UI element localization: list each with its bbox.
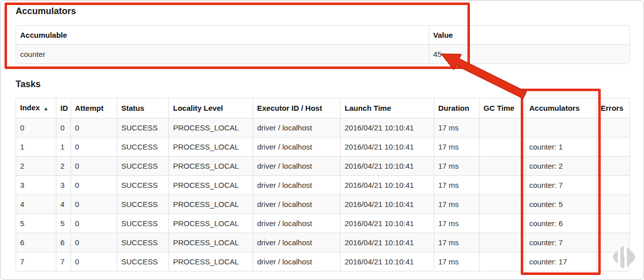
task-cell: 2016/04/21 10:10:41 [340, 214, 434, 233]
task-cell: 5 [16, 214, 56, 233]
sort-ascending-icon: ▲ [43, 106, 48, 111]
page-content: Accumulators Accumulable Value counter 4… [1, 1, 643, 271]
task-cell: 3 [16, 175, 56, 194]
task-cell [596, 156, 629, 175]
task-cell: driver / localhost [253, 175, 340, 194]
task-cell: 0 [70, 214, 117, 233]
tasks-column-header-errors[interactable]: Errors [596, 98, 629, 118]
task-cell: PROCESS_LOCAL [169, 137, 253, 156]
task-cell: counter: 7 [525, 233, 596, 252]
table-row: 330SUCCESSPROCESS_LOCALdriver / localhos… [16, 175, 629, 194]
column-header-label: GC Time [484, 104, 514, 112]
task-cell [479, 214, 525, 233]
task-cell: 2016/04/21 10:10:41 [340, 252, 434, 271]
column-header-label: Attempt [75, 104, 104, 112]
task-cell: 1 [56, 137, 70, 156]
tasks-column-header-attempt[interactable]: Attempt [70, 98, 117, 118]
table-row: 440SUCCESSPROCESS_LOCALdriver / localhos… [16, 194, 629, 214]
task-cell [479, 156, 525, 175]
tasks-column-header-index[interactable]: Index▲ [16, 98, 56, 118]
task-cell: driver / localhost [253, 137, 340, 156]
value-column-header: Value [429, 26, 629, 44]
task-cell: 0 [70, 118, 117, 137]
column-header-label: Locality Level [173, 104, 223, 112]
task-cell: PROCESS_LOCAL [169, 118, 253, 137]
task-cell [479, 194, 525, 214]
tasks-header-row: Index▲IDAttemptStatusLocality LevelExecu… [16, 98, 629, 118]
task-cell: 17 ms [434, 137, 479, 156]
spark-ui-stage-page: Accumulators Accumulable Value counter 4… [0, 0, 644, 280]
task-cell: 7 [56, 252, 70, 271]
accumulable-column-header: Accumulable [16, 26, 429, 44]
task-cell: 17 ms [434, 118, 479, 137]
tasks-column-header-executor-id-host[interactable]: Executor ID / Host [253, 98, 340, 118]
task-cell: 2016/04/21 10:10:41 [340, 194, 434, 214]
tasks-column-header-status[interactable]: Status [117, 98, 169, 118]
task-cell: counter: 2 [525, 156, 596, 175]
task-cell: PROCESS_LOCAL [169, 252, 253, 271]
task-cell: SUCCESS [117, 194, 169, 214]
column-header-label: ID [60, 104, 68, 112]
accumulators-heading: Accumulators [16, 6, 629, 17]
task-cell [596, 137, 629, 156]
table-row: 660SUCCESSPROCESS_LOCALdriver / localhos… [16, 233, 629, 252]
task-cell: PROCESS_LOCAL [169, 194, 253, 214]
task-cell: counter: 6 [525, 214, 596, 233]
task-cell: PROCESS_LOCAL [169, 233, 253, 252]
task-cell: 0 [70, 233, 117, 252]
task-cell: SUCCESS [117, 118, 169, 137]
task-cell [479, 118, 525, 137]
table-row: 220SUCCESSPROCESS_LOCALdriver / localhos… [16, 156, 629, 175]
task-cell: 3 [56, 175, 70, 194]
tasks-column-header-accumulators[interactable]: Accumulators [525, 98, 596, 118]
task-cell: PROCESS_LOCAL [169, 214, 253, 233]
accumulable-name-cell: counter [16, 44, 429, 63]
task-cell [525, 118, 596, 137]
task-cell: driver / localhost [253, 233, 340, 252]
task-cell: 2016/04/21 10:10:41 [340, 233, 434, 252]
task-cell: SUCCESS [117, 233, 169, 252]
task-cell: driver / localhost [253, 214, 340, 233]
task-cell: 5 [56, 214, 70, 233]
task-cell: 4 [56, 194, 70, 214]
task-cell: counter: 1 [525, 137, 596, 156]
tasks-table: Index▲IDAttemptStatusLocality LevelExecu… [16, 98, 630, 271]
task-cell [479, 233, 525, 252]
task-cell: counter: 17 [525, 252, 596, 271]
task-cell: SUCCESS [117, 156, 169, 175]
task-cell: 17 ms [434, 194, 479, 214]
tasks-table-body: 000SUCCESSPROCESS_LOCALdriver / localhos… [16, 118, 629, 271]
accumulators-header-row: Accumulable Value [16, 26, 629, 44]
accumulable-value-cell: 45 [429, 44, 629, 63]
tasks-column-header-launch-time[interactable]: Launch Time [340, 98, 434, 118]
task-cell: SUCCESS [117, 214, 169, 233]
task-cell: 7 [16, 252, 56, 271]
tasks-column-header-gc-time[interactable]: GC Time [479, 98, 525, 118]
table-row: 110SUCCESSPROCESS_LOCALdriver / localhos… [16, 137, 629, 156]
tasks-column-header-locality-level[interactable]: Locality Level [169, 98, 253, 118]
task-cell: 17 ms [434, 252, 479, 271]
task-cell: 17 ms [434, 233, 479, 252]
task-cell: SUCCESS [117, 175, 169, 194]
task-cell: 2016/04/21 10:10:41 [340, 118, 434, 137]
task-cell [596, 194, 629, 214]
task-cell: 6 [56, 233, 70, 252]
table-row: 550SUCCESSPROCESS_LOCALdriver / localhos… [16, 214, 629, 233]
task-cell: 4 [16, 194, 56, 214]
column-header-label: Executor ID / Host [257, 104, 322, 112]
column-header-label: Errors [601, 104, 623, 112]
tasks-column-header-id[interactable]: ID [56, 98, 70, 118]
task-cell: driver / localhost [253, 118, 340, 137]
tasks-column-header-duration[interactable]: Duration [434, 98, 479, 118]
column-header-label: Status [121, 104, 144, 112]
task-cell: 0 [56, 118, 70, 137]
task-cell: 2 [16, 156, 56, 175]
task-cell: 0 [70, 194, 117, 214]
task-cell: 0 [70, 252, 117, 271]
task-cell: 2016/04/21 10:10:41 [340, 156, 434, 175]
task-cell: 2016/04/21 10:10:41 [340, 175, 434, 194]
task-cell [596, 175, 629, 194]
task-cell: 1 [16, 137, 56, 156]
task-cell [479, 252, 525, 271]
task-cell: 6 [16, 233, 56, 252]
